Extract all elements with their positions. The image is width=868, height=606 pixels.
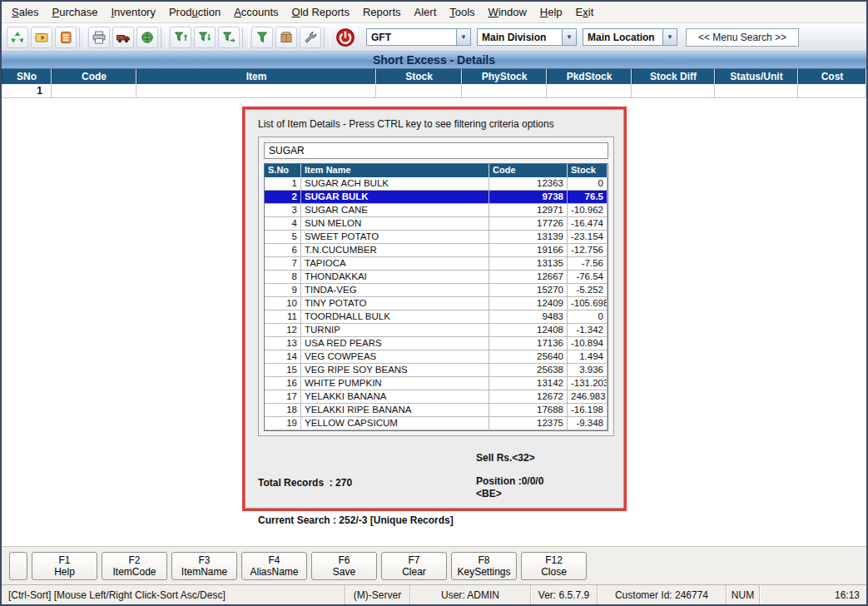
item-col-code[interactable]: Code <box>489 164 568 177</box>
grid-col-sno[interactable]: SNo <box>2 69 52 84</box>
grid-col-status-unit[interactable]: Status/Unit <box>715 69 798 84</box>
grid-col-phystock[interactable]: PhyStock <box>462 69 547 84</box>
export-right-button[interactable] <box>218 27 240 48</box>
menu-item-old-reports[interactable]: Old Reports <box>285 2 356 22</box>
fkey-key: F12 <box>545 554 563 566</box>
item-row[interactable]: 16WHITE PUMPKIN13142-131.203 <box>265 377 608 390</box>
item-row[interactable]: 15VEG RIPE SOY BEANS256383.936 <box>265 364 608 377</box>
division-select[interactable]: Main Division ▼ <box>477 28 577 46</box>
item-table-header: S.NoItem NameCodeStock <box>265 164 608 177</box>
globe-button[interactable] <box>136 27 158 48</box>
chevron-down-icon[interactable]: ▼ <box>456 29 470 45</box>
fkey-label: Close <box>541 566 567 578</box>
item-cell-stock: -16.198 <box>568 404 608 416</box>
app-window: SalesPurchaseInventoryProductionAccounts… <box>0 0 868 606</box>
item-row[interactable]: 2SUGAR BULK973876.5 <box>265 191 608 204</box>
position-line: Position :0/0/0 <box>476 475 543 488</box>
printer-button[interactable] <box>88 27 110 48</box>
menu-item-sales[interactable]: Sales <box>5 2 46 22</box>
grid-col-stock-diff[interactable]: Stock Diff <box>632 69 715 84</box>
item-row[interactable]: 10TINY POTATO12409-105.698 <box>265 297 608 310</box>
item-cell-code: 12375 <box>489 417 568 430</box>
power-button[interactable] <box>333 25 358 50</box>
item-row[interactable]: 1SUGAR ACH BULK123630 <box>265 177 608 191</box>
item-row[interactable]: 7TAPIOCA13135-7.56 <box>265 257 608 271</box>
grid-cell <box>52 84 136 97</box>
item-cell-stock: 0 <box>568 177 608 190</box>
item-row[interactable]: 5SWEET POTATO13139-23.154 <box>265 231 608 244</box>
media-card-button[interactable] <box>31 27 52 48</box>
filter-button[interactable] <box>251 27 273 48</box>
item-cell-name: TINDA-VEG <box>301 284 489 296</box>
menu-item-alert[interactable]: Alert <box>408 2 444 22</box>
export-down-button[interactable] <box>194 27 216 48</box>
menu-item-window[interactable]: Window <box>482 2 533 22</box>
item-row[interactable]: 4SUN MELON17726-16.474 <box>265 217 608 231</box>
item-row[interactable]: 19YELLOW CAPSICUM12375-9.348 <box>265 417 608 430</box>
grid-col-cost[interactable]: Cost <box>798 69 866 84</box>
grid-col-stock[interactable]: Stock <box>376 69 462 84</box>
location-select[interactable]: Main Location ▼ <box>583 28 677 46</box>
menu-item-help[interactable]: Help <box>533 2 569 22</box>
item-row[interactable]: 11TOORDHALL BULK94830 <box>265 310 608 324</box>
item-row[interactable]: 3SUGAR CANE12971-10.962 <box>265 204 608 217</box>
menu-item-reports[interactable]: Reports <box>356 2 408 22</box>
blank-button[interactable] <box>9 552 27 580</box>
item-cell-code: 12971 <box>489 204 568 216</box>
fkey-key: F7 <box>408 554 419 566</box>
fkey-f4-aliasname[interactable]: F4AliasName <box>241 552 307 580</box>
grid-col-item[interactable]: Item <box>136 69 376 84</box>
menu-item-accounts[interactable]: Accounts <box>227 2 285 22</box>
menu-item-purchase[interactable]: Purchase <box>46 2 105 22</box>
menu-item-tools[interactable]: Tools <box>443 2 481 22</box>
item-cell-code: 17136 <box>489 337 568 350</box>
grid-col-pkdstock[interactable]: PkdStock <box>547 69 632 84</box>
menu-item-inventory[interactable]: Inventory <box>104 2 162 22</box>
item-col-item-name[interactable]: Item Name <box>301 164 489 177</box>
grid-first-row[interactable]: 1 <box>2 84 866 98</box>
item-cell-name: YELAKKI RIPE BANANA <box>301 404 489 416</box>
item-row[interactable]: 6T.N.CUCUMBER19166-12.756 <box>265 244 608 257</box>
fkey-f8-keysettings[interactable]: F8KeySettings <box>451 552 517 580</box>
item-row[interactable]: 14VEG COWPEAS256401.494 <box>265 350 608 364</box>
item-row[interactable]: 13USA RED PEARS17136-10.894 <box>265 337 608 350</box>
menu-search-button[interactable]: << Menu Search >> <box>686 28 799 47</box>
item-row[interactable]: 9TINDA-VEG15270-5.252 <box>265 284 608 297</box>
item-cell-sno: 18 <box>265 404 301 416</box>
item-cell-name: VEG RIPE SOY BEANS <box>301 364 489 376</box>
item-cell-stock: -12.756 <box>568 244 608 256</box>
item-row[interactable]: 18YELAKKI RIPE BANANA17688-16.198 <box>265 404 608 417</box>
grid-col-code[interactable]: Code <box>52 69 136 84</box>
chevron-down-icon[interactable]: ▼ <box>562 29 576 45</box>
menu-item-production[interactable]: Production <box>162 2 227 22</box>
export-up-button[interactable] <box>170 27 191 48</box>
chevron-down-icon[interactable]: ▼ <box>662 29 677 45</box>
package-button[interactable] <box>275 27 297 48</box>
recycle-button[interactable] <box>7 27 28 48</box>
item-col-s-no[interactable]: S.No <box>265 164 301 177</box>
fkey-f3-itemname[interactable]: F3ItemName <box>171 552 237 580</box>
item-row[interactable]: 8THONDAKKAI12667-76.54 <box>265 271 608 284</box>
truck-button[interactable] <box>112 27 134 48</box>
item-cell-name: TAPIOCA <box>301 257 489 270</box>
toolbar-separator <box>161 27 167 47</box>
item-row[interactable]: 17YELAKKI BANANA12672246.983 <box>265 390 608 404</box>
fkey-f1-help[interactable]: F1Help <box>32 552 97 580</box>
item-row[interactable]: 12TURNIP12408-1.342 <box>265 324 608 337</box>
fkey-f7-clear[interactable]: F7Clear <box>381 552 447 580</box>
menu-item-exit[interactable]: Exit <box>569 2 601 22</box>
wrench-button[interactable] <box>300 27 321 48</box>
item-cell-code: 17688 <box>489 404 568 416</box>
contacts-button[interactable] <box>55 27 77 48</box>
grid-cell <box>376 84 462 97</box>
item-cell-stock: -1.342 <box>568 324 608 336</box>
toolbar: GFT ▼ Main Division ▼ Main Location ▼ <<… <box>2 23 866 52</box>
item-cell-sno: 7 <box>265 257 301 270</box>
fkey-f12-close[interactable]: F12Close <box>521 552 587 580</box>
fkey-f6-save[interactable]: F6Save <box>311 552 377 580</box>
item-col-stock[interactable]: Stock <box>568 164 608 177</box>
fkey-f2-itemcode[interactable]: F2ItemCode <box>102 552 167 580</box>
item-search-input[interactable] <box>264 142 608 159</box>
item-cell-sno: 17 <box>265 390 301 403</box>
company-select[interactable]: GFT ▼ <box>366 28 471 46</box>
